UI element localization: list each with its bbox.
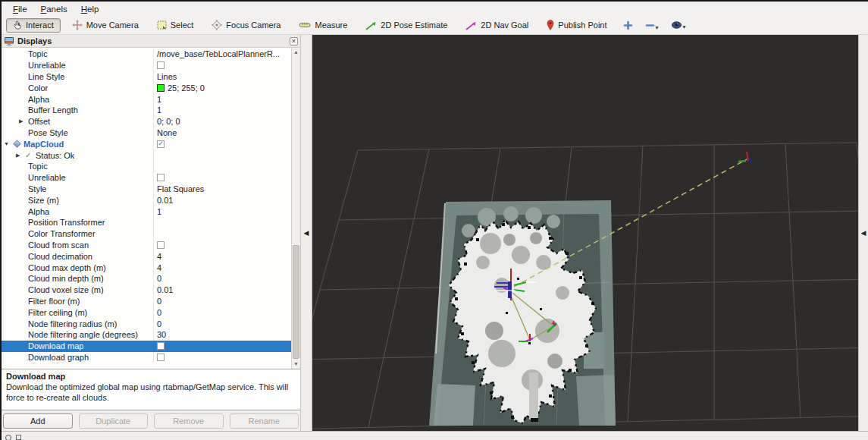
property-value[interactable] <box>153 149 291 161</box>
expand-icon[interactable]: ▶ <box>16 152 25 159</box>
property-row-mapcloud[interactable]: ▼MapCloud✓ <box>2 138 291 149</box>
property-row-cloud-decimation[interactable]: Cloud decimation4 <box>2 250 291 262</box>
property-row-unreliable[interactable]: Unreliable <box>2 60 291 71</box>
scroll-up-icon[interactable]: ▲ <box>292 48 300 57</box>
property-value[interactable] <box>153 161 291 172</box>
property-value[interactable]: 1 <box>153 93 291 105</box>
color-swatch[interactable] <box>157 84 165 92</box>
property-value[interactable]: /move_base/TebLocalPlannerR... <box>153 49 291 60</box>
property-row-offset[interactable]: ▶Offset0; 0; 0 <box>2 116 291 127</box>
chevron-down-icon[interactable]: ▾ <box>656 26 659 30</box>
displays-monitor-icon <box>4 36 14 46</box>
property-value[interactable] <box>153 228 291 240</box>
property-row-color[interactable]: Color25; 255; 0 <box>2 82 291 93</box>
property-value[interactable] <box>153 352 291 363</box>
property-row-alpha[interactable]: Alpha1 <box>2 206 291 217</box>
remove-button[interactable]: Remove <box>154 413 224 429</box>
tool-publish-point[interactable]: Publish Point <box>540 17 613 33</box>
displays-panel-header[interactable]: Displays × <box>2 35 300 48</box>
tool-select[interactable]: Select <box>150 18 201 32</box>
property-row-topic[interactable]: Topic/move_base/TebLocalPlannerR... <box>2 49 291 60</box>
property-value[interactable] <box>153 172 291 184</box>
tree-scrollbar[interactable]: ▲ ▼ <box>291 48 300 369</box>
tool-2d-pose-estimate[interactable]: 2D Pose Estimate <box>359 18 454 33</box>
property-row-line-style[interactable]: Line StyleLines <box>2 71 291 83</box>
property-row-topic[interactable]: Topic <box>2 161 291 172</box>
menu-file[interactable]: File <box>6 4 34 14</box>
property-value[interactable]: 0 <box>153 318 291 329</box>
property-row-style[interactable]: StyleFlat Squares <box>2 184 291 195</box>
plus-icon <box>623 20 633 30</box>
add-button[interactable]: Add <box>3 413 73 429</box>
property-value[interactable] <box>153 60 291 71</box>
property-value[interactable]: None <box>153 127 291 139</box>
left-splitter[interactable]: ◀ <box>301 35 312 431</box>
property-value[interactable] <box>153 341 291 352</box>
property-value[interactable]: 0 <box>153 296 291 307</box>
property-value[interactable]: 0 <box>153 273 291 284</box>
property-row-download-map[interactable]: Download map <box>2 341 291 352</box>
tool-focus-camera[interactable]: Focus Camera <box>205 17 287 33</box>
collapse-right-icon[interactable]: ◀ <box>861 229 866 237</box>
property-label: Size (m) <box>28 196 59 205</box>
property-value[interactable]: 0.01 <box>153 194 291 206</box>
checkbox-unchecked[interactable] <box>157 61 165 69</box>
property-value[interactable]: 25; 255; 0 <box>153 82 291 93</box>
property-value[interactable]: 0; 0; 0 <box>153 116 291 127</box>
property-row-node-filtering-radius-m[interactable]: Node filtering radius (m)0 <box>2 318 291 329</box>
property-value[interactable]: Lines <box>153 71 291 83</box>
expand-icon[interactable]: ▶ <box>19 118 28 124</box>
rename-button[interactable]: Rename <box>230 413 299 429</box>
property-value[interactable] <box>153 217 291 228</box>
tool-2d-nav-goal[interactable]: 2D Nav Goal <box>459 18 535 33</box>
menu-help[interactable]: Help <box>74 4 106 14</box>
checkbox-unchecked[interactable] <box>157 241 165 249</box>
property-row-status-ok[interactable]: ▶✓Status: Ok <box>2 149 291 161</box>
property-row-buffer-length[interactable]: Buffer Length1 <box>2 105 291 116</box>
property-row-size-m[interactable]: Size (m)0.01 <box>2 194 291 206</box>
close-icon[interactable]: × <box>290 37 298 46</box>
property-row-download-graph[interactable]: Download graph <box>2 352 291 363</box>
property-value[interactable]: 0.01 <box>153 284 291 296</box>
property-value[interactable]: 4 <box>153 262 291 273</box>
property-value[interactable]: 1 <box>153 206 291 217</box>
collapse-icon[interactable]: ▼ <box>4 141 13 146</box>
property-value[interactable]: 30 <box>153 329 291 341</box>
property-row-position-transformer[interactable]: Position Transformer <box>2 217 291 228</box>
property-row-cloud-min-depth-m[interactable]: Cloud min depth (m)0 <box>2 273 291 284</box>
property-row-cloud-from-scan[interactable]: Cloud from scan <box>2 240 291 251</box>
property-value[interactable]: 4 <box>153 250 291 262</box>
property-row-pose-style[interactable]: Pose StyleNone <box>2 127 291 139</box>
tool-interact[interactable]: Interact <box>6 18 61 33</box>
property-row-alpha[interactable]: Alpha1 <box>2 93 291 105</box>
checkbox-unchecked[interactable] <box>157 342 165 350</box>
chevron-down-icon[interactable]: ▾ <box>683 25 686 30</box>
tool-move-camera[interactable]: Move Camera <box>65 17 146 33</box>
property-row-filter-ceiling-m[interactable]: Filter ceiling (m)0 <box>2 306 291 318</box>
3d-viewport[interactable] <box>312 35 858 431</box>
collapse-left-icon[interactable]: ◀ <box>304 229 309 237</box>
tool-measure[interactable]: Measure <box>292 18 354 32</box>
checkbox-checked[interactable]: ✓ <box>157 140 165 148</box>
property-value[interactable] <box>153 240 291 251</box>
property-row-unreliable[interactable]: Unreliable <box>2 172 291 184</box>
checkbox-unchecked[interactable] <box>157 354 165 361</box>
duplicate-button[interactable]: Duplicate <box>79 413 149 429</box>
property-row-cloud-voxel-size-m[interactable]: Cloud voxel size (m)0.01 <box>2 284 291 296</box>
menu-panels[interactable]: Panels <box>34 4 74 14</box>
remove-tool-button[interactable]: ▾ <box>641 19 663 32</box>
property-value[interactable]: 1 <box>153 105 291 116</box>
property-row-cloud-max-depth-m[interactable]: Cloud max depth (m)4 <box>2 262 291 273</box>
tool-visibility-button[interactable]: ▾ <box>666 19 691 31</box>
scroll-down-icon[interactable]: ▼ <box>292 360 300 369</box>
property-row-filter-floor-m[interactable]: Filter floor (m)0 <box>2 296 291 307</box>
property-value[interactable]: 0 <box>153 306 291 318</box>
property-value[interactable]: Flat Squares <box>153 184 291 195</box>
property-value[interactable]: ✓ <box>153 138 291 149</box>
add-tool-button[interactable] <box>619 19 638 32</box>
property-row-color-transformer[interactable]: Color Transformer <box>2 228 291 240</box>
checkbox-unchecked[interactable] <box>157 174 165 181</box>
scrollbar-thumb[interactable] <box>293 245 299 359</box>
property-row-node-filtering-angle-degrees[interactable]: Node filtering angle (degrees)30 <box>2 329 291 341</box>
right-splitter[interactable]: ◀ <box>858 35 868 431</box>
